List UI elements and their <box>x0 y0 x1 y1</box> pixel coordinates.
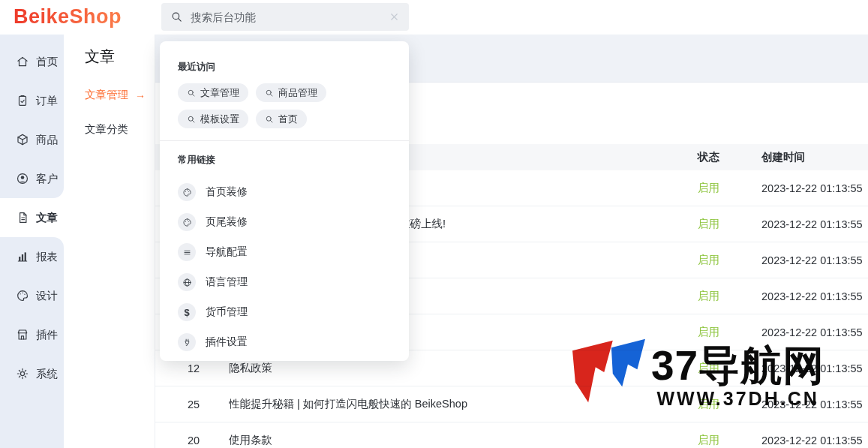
quick-link[interactable]: 首页装修 <box>178 177 391 207</box>
search-icon <box>170 11 183 23</box>
submenu-item-label: 文章管理 <box>85 88 128 102</box>
products-icon <box>16 133 29 146</box>
cell-created: 2023-12-22 01:13:55 <box>754 434 868 446</box>
quick-link[interactable]: 插件设置 <box>178 327 391 357</box>
top-bar: BeikeShop <box>0 0 868 35</box>
status-badge: 启用 <box>698 182 719 194</box>
article-submenu: 文章 文章管理→文章分类 <box>64 35 155 448</box>
quick-link[interactable]: $货币管理 <box>178 297 391 327</box>
beikeshop-logo[interactable]: BeikeShop <box>14 5 122 29</box>
cell-id: 20 <box>155 434 229 446</box>
cell-id: 25 <box>155 398 229 410</box>
quick-link-label: 语言管理 <box>206 275 248 289</box>
main-sidebar: 首页订单商品客户文章报表设计插件系统 <box>0 35 64 448</box>
cell-created: 2023-12-22 01:13:55 <box>754 182 868 194</box>
quick-link[interactable]: 页尾装修 <box>178 207 391 237</box>
status-badge: 启用 <box>698 362 719 374</box>
cell-title: 隐私政策 <box>229 361 690 375</box>
cell-created: 2023-12-22 01:13:55 <box>754 290 868 302</box>
sidebar-item-label: 订单 <box>36 94 58 108</box>
submenu-item-label: 文章分类 <box>85 122 128 137</box>
plugins-icon <box>16 328 29 341</box>
sidebar-item-articles[interactable]: 文章 <box>0 198 64 237</box>
cell-status: 启用 <box>690 325 754 339</box>
cell-status: 启用 <box>690 361 754 375</box>
submenu-title: 文章 <box>85 47 155 67</box>
cell-status: 启用 <box>690 397 754 411</box>
search-icon <box>265 89 274 98</box>
reports-icon <box>16 250 29 263</box>
search-dropdown-panel: 最近访问 文章管理商品管理模板设置首页 常用链接 首页装修页尾装修导航配置语言管… <box>160 41 409 361</box>
quick-link-label: 插件设置 <box>206 335 248 349</box>
recent-visit-chip[interactable]: 文章管理 <box>178 83 248 102</box>
search-icon <box>187 89 196 98</box>
arrow-right-icon: → <box>135 89 146 101</box>
system-icon <box>16 367 29 380</box>
sidebar-item-label: 客户 <box>36 172 58 186</box>
sidebar-item-system[interactable]: 系统 <box>0 354 64 393</box>
recent-visit-chip[interactable]: 首页 <box>256 110 307 128</box>
sidebar-item-label: 系统 <box>36 367 58 381</box>
beikeshop-admin: BeikeShop 首页订单商品客户文章报表设计插件系统 文章 文章管理→文章分… <box>0 0 868 448</box>
header-created: 创建时间 <box>754 150 868 164</box>
search-input[interactable] <box>189 11 383 24</box>
panel-divider <box>160 140 409 141</box>
submenu-item[interactable]: 文章分类 <box>64 112 155 146</box>
status-badge: 启用 <box>698 290 719 302</box>
sidebar-item-label: 设计 <box>36 289 58 303</box>
status-badge: 启用 <box>698 434 719 446</box>
sidebar-item-home[interactable]: 首页 <box>0 42 64 81</box>
sidebar-item-products[interactable]: 商品 <box>0 120 64 159</box>
search-icon <box>265 115 274 124</box>
plug-icon <box>178 333 196 351</box>
status-badge: 启用 <box>698 398 719 410</box>
quick-link[interactable]: 语言管理 <box>178 267 391 297</box>
cell-status: 启用 <box>690 181 754 195</box>
sidebar-item-orders[interactable]: 订单 <box>0 81 64 120</box>
sidebar-item-label: 商品 <box>36 133 58 147</box>
menu-icon <box>178 243 196 261</box>
cell-created: 2023-12-22 01:13:55 <box>754 362 868 374</box>
sidebar-spacer <box>0 35 64 42</box>
status-badge: 启用 <box>698 218 719 230</box>
chip-label: 模板设置 <box>200 113 239 126</box>
common-links-title: 常用链接 <box>178 154 391 167</box>
chip-label: 首页 <box>278 113 298 126</box>
submenu-item[interactable]: 文章管理→ <box>64 77 155 112</box>
customers-icon <box>16 172 29 185</box>
globe-icon <box>178 273 196 291</box>
design-icon <box>16 289 29 302</box>
cell-id: 12 <box>155 362 229 374</box>
quick-link-label: 首页装修 <box>206 185 248 199</box>
cell-title: 性能提升秘籍 | 如何打造闪电般快速的 BeikeShop <box>229 397 690 411</box>
sidebar-item-label: 文章 <box>36 211 58 225</box>
recent-visit-chip[interactable]: 商品管理 <box>256 83 326 102</box>
sidebar-filler <box>0 393 64 448</box>
dollar-icon: $ <box>178 303 196 321</box>
sidebar-item-customers[interactable]: 客户 <box>0 159 64 198</box>
status-badge: 启用 <box>698 326 719 338</box>
table-row[interactable]: 25性能提升秘籍 | 如何打造闪电般快速的 BeikeShop启用2023-12… <box>155 386 868 422</box>
quick-link-label: 页尾装修 <box>206 215 248 229</box>
cell-status: 启用 <box>690 217 754 231</box>
cell-created: 2023-12-22 01:13:55 <box>754 218 868 230</box>
sidebar-item-label: 首页 <box>36 55 58 69</box>
sidebar-item-plugins[interactable]: 插件 <box>0 315 64 354</box>
table-row[interactable]: 20使用条款启用2023-12-22 01:13:55 <box>155 422 868 448</box>
sidebar-item-label: 插件 <box>36 328 58 342</box>
quick-link-label: 货币管理 <box>206 305 248 319</box>
home-icon <box>16 55 29 68</box>
recent-visit-chip[interactable]: 模板设置 <box>178 110 248 128</box>
cell-status: 启用 <box>690 253 754 267</box>
palette-icon <box>178 183 196 201</box>
palette-icon <box>178 213 196 231</box>
global-search-box[interactable] <box>161 3 409 31</box>
quick-link[interactable]: 导航配置 <box>178 237 391 267</box>
cell-created: 2023-12-22 01:13:55 <box>754 254 868 266</box>
articles-icon <box>16 211 29 224</box>
close-icon[interactable] <box>389 11 400 23</box>
sidebar-item-label: 报表 <box>36 250 58 264</box>
status-badge: 启用 <box>698 254 719 266</box>
sidebar-item-reports[interactable]: 报表 <box>0 237 64 276</box>
sidebar-item-design[interactable]: 设计 <box>0 276 64 315</box>
